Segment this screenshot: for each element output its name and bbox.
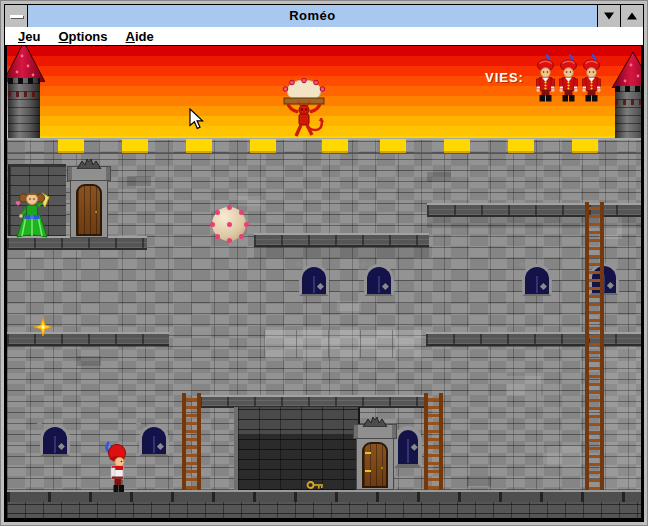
brick-shade (77, 356, 101, 366)
large-block-band (264, 330, 422, 358)
ledge-mid-left (7, 332, 169, 346)
door-handle (94, 210, 98, 214)
life-sprite (535, 54, 556, 102)
ledge-mid-right (426, 332, 643, 346)
ledge-shadow (254, 247, 429, 258)
arched-window (364, 264, 394, 296)
lower-door (356, 424, 394, 490)
lives-counter (535, 54, 602, 102)
tower-crenellation (8, 78, 40, 84)
menu-options[interactable]: Options (49, 29, 116, 44)
ledge-shadow (427, 217, 643, 228)
brick-shade (427, 172, 451, 182)
ladder-left (182, 393, 201, 492)
window-inner: Roméo Jeu Options Aide (4, 4, 644, 522)
demon-with-spiked-ball (281, 78, 327, 140)
brick-shade (547, 446, 581, 466)
gargoyle-icon (76, 157, 102, 169)
ledge-princess (7, 236, 147, 250)
door-handle (380, 466, 384, 470)
app-window: Roméo Jeu Options Aide (0, 0, 648, 526)
light-wall-strip (604, 346, 643, 490)
crenel-gap (322, 139, 348, 153)
life-sprite (581, 54, 602, 102)
ledge-ball (254, 233, 429, 247)
arched-window (522, 264, 552, 296)
brick-shade (467, 476, 491, 486)
crenel-gap (122, 139, 148, 153)
door-leaf (362, 442, 388, 488)
ball-spikes (227, 222, 232, 227)
minimize-button[interactable] (597, 5, 620, 27)
tower-arrow-slits (8, 91, 40, 97)
upper-door (70, 166, 108, 238)
romeo-player (103, 441, 129, 492)
crenel-gap (572, 139, 598, 153)
dungeon-pit (234, 407, 360, 490)
floor-bricks (7, 502, 641, 521)
game-viewport[interactable]: VIES: (5, 46, 643, 521)
menu-bar: Jeu Options Aide (5, 27, 643, 46)
door-leaf (76, 184, 102, 236)
door-hinge (365, 470, 371, 472)
crenel-gap (444, 139, 470, 153)
window-title: Roméo (28, 5, 597, 27)
tower-crenellation (615, 86, 643, 92)
lives-label: VIES: (485, 70, 524, 85)
right-tower-body (615, 86, 643, 140)
title-bar[interactable]: Roméo (5, 5, 643, 27)
system-menu-button[interactable] (5, 5, 28, 27)
brick-shade (237, 196, 261, 206)
door-hinge (365, 452, 371, 454)
brick-shade (337, 301, 361, 311)
tower-arrow-slits (615, 99, 643, 105)
left-tower-body (8, 78, 40, 140)
crenel-gap (186, 139, 212, 153)
menu-jeu[interactable]: Jeu (9, 29, 49, 44)
life-sprite (558, 54, 579, 102)
right-tower-roof (610, 52, 643, 88)
ladder-tall-right (585, 202, 604, 492)
ledge-upper-right (427, 203, 643, 217)
princess (12, 186, 52, 238)
crenel-gap (58, 139, 84, 153)
system-menu-icon (10, 15, 23, 18)
crenel-gap (508, 139, 534, 153)
brick-shade (507, 376, 541, 396)
arched-window (139, 424, 169, 456)
spiked-ball (212, 207, 246, 241)
left-tower-roof (5, 46, 45, 82)
ladder-right-of-pit (424, 393, 443, 492)
brick-shade (127, 176, 151, 186)
gargoyle-icon (362, 415, 388, 427)
up-arrow-icon (627, 13, 637, 20)
golden-key (306, 480, 324, 490)
menu-aide[interactable]: Aide (117, 29, 163, 44)
star-bonus (34, 318, 53, 336)
mouse-cursor (189, 108, 205, 130)
crenel-gap (380, 139, 406, 153)
arched-window (299, 264, 329, 296)
arched-window-large (394, 426, 422, 468)
down-arrow-icon (604, 13, 614, 20)
maximize-button[interactable] (620, 5, 643, 27)
arched-window (40, 424, 70, 456)
crenel-gap (250, 139, 276, 153)
